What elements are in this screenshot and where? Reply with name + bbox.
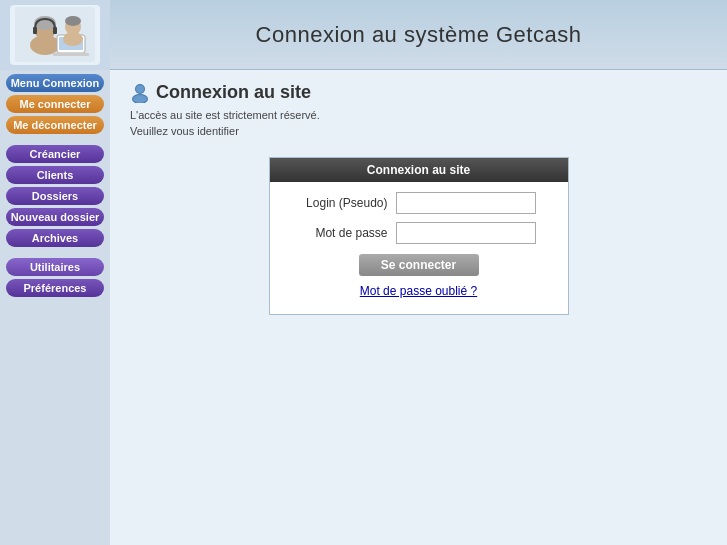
forgot-password-link[interactable]: Mot de passe oublié ?: [286, 284, 552, 304]
header-title: Connexion au système Getcash: [110, 22, 727, 48]
login-box-header: Connexion au site: [270, 158, 568, 182]
layout: Menu Connexion Me connecter Me déconnect…: [0, 70, 727, 545]
password-label: Mot de passe: [286, 226, 396, 240]
header: Connexion au système Getcash: [0, 0, 727, 70]
subtitle-line2: Veuillez vous identifier: [130, 125, 707, 137]
logo-illustration: [15, 7, 95, 62]
login-row: Login (Pseudo): [286, 192, 552, 214]
main-content: Connexion au site L'accès au site est st…: [110, 70, 727, 545]
login-label: Login (Pseudo): [286, 196, 396, 210]
clients-button[interactable]: Clients: [6, 166, 104, 184]
me-deconnecter-button[interactable]: Me déconnecter: [6, 116, 104, 134]
svg-point-15: [133, 95, 147, 103]
sidebar-section-connexion: Menu Connexion: [6, 74, 104, 92]
password-input[interactable]: [396, 222, 536, 244]
login-box-wrapper: Connexion au site Login (Pseudo) Mot de …: [130, 157, 707, 315]
submit-row: Se connecter: [286, 254, 552, 276]
preferences-button[interactable]: Préférences: [6, 279, 104, 297]
sidebar-spacer-1: [6, 137, 104, 145]
sidebar-spacer-2: [6, 250, 104, 258]
page-title-text: Connexion au site: [156, 82, 311, 103]
page-title-row: Connexion au site: [130, 82, 707, 103]
svg-rect-8: [53, 53, 89, 56]
header-logo: [0, 0, 110, 70]
subtitle-line1: L'accès au site est strictement réservé.: [130, 109, 707, 121]
login-box-body: Login (Pseudo) Mot de passe Se connecter…: [270, 182, 568, 314]
svg-rect-5: [53, 27, 57, 34]
creancier-button[interactable]: Créancier: [6, 145, 104, 163]
sidebar: Menu Connexion Me connecter Me déconnect…: [0, 70, 110, 545]
password-row: Mot de passe: [286, 222, 552, 244]
svg-point-10: [65, 16, 81, 26]
svg-point-14: [136, 85, 144, 93]
sidebar-section-utilitaires: Utilitaires: [6, 258, 104, 276]
dossiers-button[interactable]: Dossiers: [6, 187, 104, 205]
me-connecter-button[interactable]: Me connecter: [6, 95, 104, 113]
svg-point-11: [63, 32, 83, 46]
login-input[interactable]: [396, 192, 536, 214]
page-title-icon: [130, 83, 150, 103]
submit-button[interactable]: Se connecter: [359, 254, 479, 276]
svg-rect-4: [33, 27, 37, 34]
archives-button[interactable]: Archives: [6, 229, 104, 247]
logo-image: [10, 5, 100, 65]
nouveau-dossier-button[interactable]: Nouveau dossier: [6, 208, 104, 226]
login-box: Connexion au site Login (Pseudo) Mot de …: [269, 157, 569, 315]
